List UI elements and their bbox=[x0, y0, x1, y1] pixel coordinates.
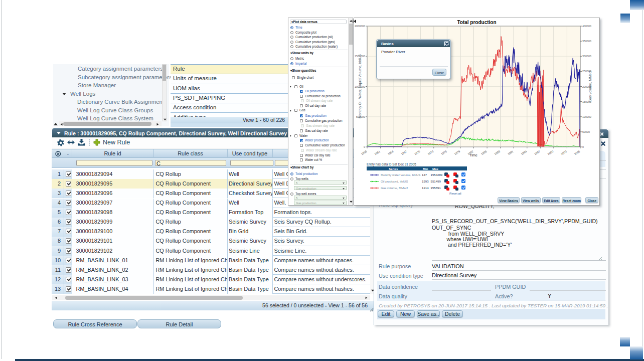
svg-text:1958: 1958 bbox=[361, 150, 368, 156]
svg-text:2006: 2006 bbox=[574, 150, 581, 156]
svg-text:Monthly Oil, Water, Liquid Vol: Monthly Oil, Water, Liquid Volume, bblUS bbox=[358, 54, 362, 118]
svg-text:1985: 1985 bbox=[480, 150, 488, 156]
svg-text:1988: 1988 bbox=[494, 150, 501, 156]
svg-text:1979: 1979 bbox=[454, 150, 461, 156]
svg-text:1973: 1973 bbox=[427, 150, 434, 156]
svg-text:1967: 1967 bbox=[400, 150, 407, 156]
svg-text:2000000: 2000000 bbox=[355, 25, 365, 28]
svg-text:0: 0 bbox=[364, 145, 365, 148]
svg-text:2003: 2003 bbox=[560, 150, 567, 156]
svg-text:Gas volume, MMscf: Gas volume, MMscf bbox=[588, 71, 592, 102]
svg-text:400000: 400000 bbox=[582, 25, 591, 28]
svg-text:1994: 1994 bbox=[521, 150, 528, 156]
svg-text:Time: Time bbox=[469, 153, 477, 157]
svg-text:0: 0 bbox=[582, 145, 584, 148]
svg-text:1964: 1964 bbox=[387, 150, 394, 156]
svg-text:1991: 1991 bbox=[507, 150, 514, 156]
svg-text:1997: 1997 bbox=[534, 150, 541, 156]
svg-text:1976: 1976 bbox=[440, 150, 447, 156]
svg-text:1961: 1961 bbox=[374, 150, 381, 156]
svg-text:1970: 1970 bbox=[414, 150, 421, 156]
svg-text:50000: 50000 bbox=[582, 130, 590, 133]
svg-text:2000: 2000 bbox=[547, 150, 554, 156]
svg-text:350000: 350000 bbox=[582, 40, 591, 43]
svg-text:100000: 100000 bbox=[582, 115, 591, 118]
svg-text:300000: 300000 bbox=[582, 55, 591, 58]
